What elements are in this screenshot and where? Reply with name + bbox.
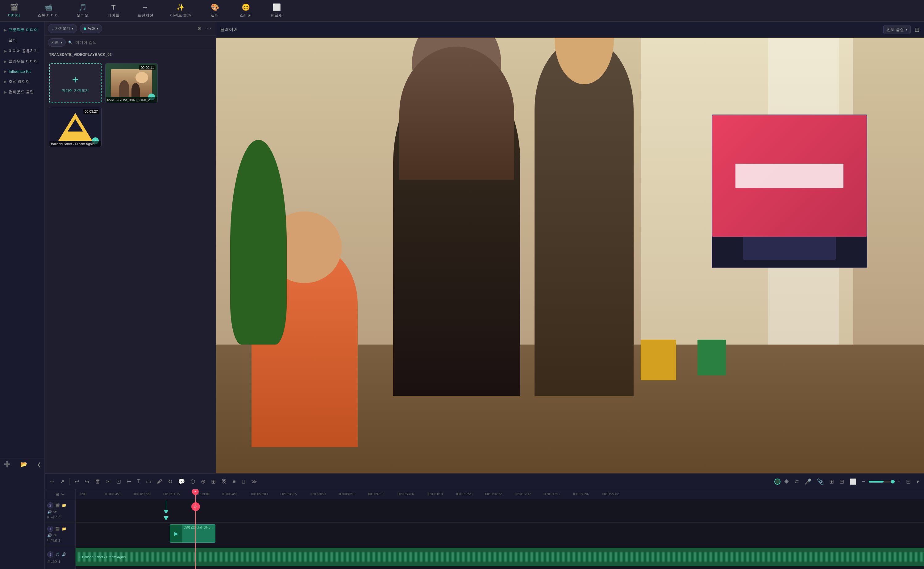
video1-name: 6561926-uhd_3840_2160_2... xyxy=(107,98,152,102)
video-clip-block[interactable]: ▶ 6561926-uhd_3840_2... xyxy=(170,524,215,543)
tl-fx1[interactable]: ✳ xyxy=(782,477,790,486)
stickers-icon: 😊 xyxy=(242,3,250,11)
tl-resize[interactable]: ⊞ xyxy=(209,477,218,486)
sidebar-item-share-media[interactable]: ▶ 미디어 공유하기 xyxy=(0,46,44,56)
tl-rotate[interactable]: ↻ xyxy=(166,477,174,486)
ruler-mark-3: 00:00:14:15 xyxy=(164,493,180,496)
tl-fx2[interactable]: ⊂ xyxy=(792,477,801,486)
view-select[interactable]: 기본 ▾ xyxy=(48,38,66,47)
scissors-icon[interactable]: ✂ xyxy=(191,502,200,511)
audio1-track-num: 1 xyxy=(49,553,51,556)
track2-sound-icon[interactable]: 🔊 xyxy=(47,510,52,514)
audio1-sound-icon[interactable]: 🔊 xyxy=(62,552,66,557)
export-icon[interactable]: ⊞ xyxy=(915,26,920,33)
import-button[interactable]: ↓ 가져오기 ▾ xyxy=(48,24,77,33)
tl-paint[interactable]: 🖌 xyxy=(155,477,164,486)
tl-zoom-slider[interactable] xyxy=(869,481,894,482)
track2-folder-icon[interactable]: 📁 xyxy=(62,503,66,508)
tl-clip1[interactable]: 📎 xyxy=(815,477,825,486)
quality-select[interactable]: 전체 품질 ▾ xyxy=(883,25,911,34)
add-media-button[interactable]: + 미디어 가져오기 xyxy=(49,63,102,103)
ruler-mark-6: 00:00:29:00 xyxy=(251,493,267,496)
toolbar-label-filters: 필터 xyxy=(211,13,219,18)
top-toolbar: 🎬 미디어 📹 스톡 미디어 🎵 오디오 T 타이틀 ↔ 트랜지션 ✨ 이펙트 … xyxy=(0,0,924,21)
tl-grid[interactable]: ⊞ xyxy=(827,477,836,486)
ruler-mark-9: 00:00:43:16 xyxy=(339,493,355,496)
audio1-duration-text: 00:03:27 xyxy=(85,110,98,113)
sidebar-arrow-project: ▶ xyxy=(4,28,7,32)
video2-track[interactable]: ✂ xyxy=(76,499,924,523)
toolbar-item-effects[interactable]: ✨ 이펙트 효과 xyxy=(166,2,195,20)
tl-undo[interactable]: ↩ xyxy=(73,477,81,486)
collapse-sidebar-icon[interactable]: ❮ xyxy=(37,462,41,467)
tl-select-tool[interactable]: ⊹ xyxy=(48,477,56,486)
audio1-track[interactable]: ♪ BalloonPlanet - Dream Again xyxy=(76,546,924,569)
sidebar-item-adjust-layer[interactable]: ▶ 조정 레이어 xyxy=(0,76,44,87)
sidebar-item-compound-clip[interactable]: ▶ 컴파운드 클립 xyxy=(0,87,44,97)
clip-info: 6561926-uhd_3840_2... xyxy=(182,525,215,542)
track2-eye-icon[interactable]: 👁 xyxy=(53,510,57,514)
toolbar-item-stock[interactable]: 📹 스톡 미디어 xyxy=(34,2,63,20)
tl-loop[interactable]: ⊔ xyxy=(240,477,247,486)
tl-more[interactable]: ≫ xyxy=(249,477,259,486)
tl-snap[interactable]: ⊟ xyxy=(838,477,846,486)
track1-eye-icon[interactable]: 👁 xyxy=(53,533,57,537)
add-folder-icon[interactable]: ➕ xyxy=(4,461,11,468)
tl-text[interactable]: T xyxy=(135,477,142,486)
tl-split[interactable]: ⊢ xyxy=(125,477,134,486)
ruler-mark-8: 00:00:38:21 xyxy=(310,493,326,496)
tl-cut[interactable]: ✂ xyxy=(104,477,113,486)
tl-screen[interactable]: ⬜ xyxy=(848,477,858,486)
media-item-audio1[interactable]: 00:03:27 ✓ BalloonPlanet - Dream Again xyxy=(49,107,102,147)
track1-folder-icon[interactable]: 📁 xyxy=(62,527,66,531)
tl-chevron-down[interactable]: ▾ xyxy=(915,477,921,486)
media-item-video1[interactable]: 00:00:11 ✓ 6561926-uhd_3840_2160_2... xyxy=(105,63,158,103)
tl-eq[interactable]: ≡ xyxy=(231,477,238,486)
toolbar-item-transitions[interactable]: ↔ 트랜지션 xyxy=(134,2,157,20)
toolbar-item-stickers[interactable]: 😊 스티커 xyxy=(235,2,256,20)
import-icon: ↓ xyxy=(52,27,54,31)
svg-rect-1 xyxy=(76,548,924,566)
toolbar-item-media[interactable]: 🎬 미디어 xyxy=(3,2,25,20)
sidebar-item-folder[interactable]: 폴더 xyxy=(0,35,44,46)
sidebar-item-project-media[interactable]: ▶ 프로젝트 미디어 xyxy=(0,25,44,35)
effects-icon: ✨ xyxy=(176,3,185,11)
tl-record-btn[interactable] xyxy=(774,479,780,485)
ruler-mark-16: 00:01:17:12 xyxy=(544,493,560,496)
tl-mic[interactable]: 🎤 xyxy=(803,477,813,486)
filter-icon[interactable]: ⚙ xyxy=(196,25,203,32)
corner-icon1[interactable]: ⊞ xyxy=(56,492,59,497)
tl-rect[interactable]: ▭ xyxy=(144,477,153,486)
sidebar-item-cloud-media[interactable]: ▶ 클라우드 미디어 xyxy=(0,56,44,67)
tl-zoom-out[interactable]: − xyxy=(860,477,867,486)
corner-icon2[interactable]: ✂ xyxy=(61,492,65,497)
toolbar-item-templates[interactable]: ⬜ 템플릿 xyxy=(266,2,287,20)
track1-sound-icon[interactable]: 🔊 xyxy=(47,533,52,537)
tl-redo[interactable]: ↪ xyxy=(83,477,91,486)
record-button[interactable]: 녹화 ▾ xyxy=(80,24,102,33)
tl-pointer-tool[interactable]: ↗ xyxy=(58,477,66,486)
open-folder-icon[interactable]: 📂 xyxy=(20,461,27,468)
toolbar-item-filters[interactable]: 🎨 필터 xyxy=(204,2,226,20)
titles-icon: T xyxy=(111,3,115,11)
tl-sticker[interactable]: ⬡ xyxy=(188,477,197,486)
tl-crop[interactable]: ⊡ xyxy=(114,477,123,486)
sidebar-arrow-adjust: ▶ xyxy=(4,80,7,84)
ruler-mark-11: 00:00:53:06 xyxy=(398,493,414,496)
clip-name: 6561926-uhd_3840_2... xyxy=(184,526,214,529)
tl-chain[interactable]: ⛓ xyxy=(219,477,229,486)
tl-layout[interactable]: ⊟ xyxy=(904,477,913,486)
toolbar-item-audio[interactable]: 🎵 오디오 xyxy=(72,2,94,20)
tl-bubble[interactable]: 💬 xyxy=(176,477,187,486)
view-option-label: 기본 xyxy=(51,40,59,44)
video1-track[interactable]: ▶ 6561926-uhd_3840_2... xyxy=(76,523,924,546)
sidebar-item-influence-kit[interactable]: ▶ Influence Kit xyxy=(0,67,44,76)
tl-zoom-in[interactable]: + xyxy=(895,477,903,486)
more-options-icon[interactable]: ⋯ xyxy=(205,25,212,32)
templates-icon: ⬜ xyxy=(273,3,281,11)
tl-delete[interactable]: 🗑 xyxy=(93,477,102,486)
toolbar-label-media: 미디어 xyxy=(8,13,20,18)
toolbar-item-titles[interactable]: T 타이틀 xyxy=(103,2,124,20)
tl-timer[interactable]: ⊕ xyxy=(199,477,207,486)
media-search-input[interactable] xyxy=(75,40,212,45)
